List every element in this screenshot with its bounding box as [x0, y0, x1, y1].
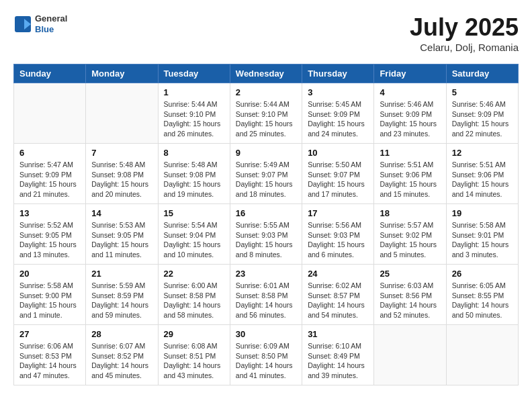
- calendar-cell: 6Sunrise: 5:47 AM Sunset: 9:09 PM Daylig…: [14, 144, 86, 204]
- weekday-header-sunday: Sunday: [14, 64, 86, 83]
- day-info: Sunrise: 5:45 AM Sunset: 9:09 PM Dayligh…: [308, 99, 368, 139]
- calendar-cell: 12Sunrise: 5:51 AM Sunset: 9:06 PM Dayli…: [446, 144, 518, 204]
- day-info: Sunrise: 6:03 AM Sunset: 8:56 PM Dayligh…: [380, 281, 440, 320]
- day-number: 13: [19, 208, 80, 218]
- calendar-cell: 10Sunrise: 5:50 AM Sunset: 9:07 PM Dayli…: [302, 144, 374, 204]
- day-number: 7: [91, 148, 152, 158]
- day-info: Sunrise: 6:01 AM Sunset: 8:58 PM Dayligh…: [236, 281, 296, 320]
- day-number: 4: [380, 87, 440, 97]
- day-info: Sunrise: 6:06 AM Sunset: 8:53 PM Dayligh…: [19, 341, 80, 381]
- location-subtitle: Celaru, Dolj, Romania: [410, 42, 519, 53]
- page-header: General Blue July 2025 Celaru, Dolj, Rom…: [13, 13, 519, 53]
- day-info: Sunrise: 5:52 AM Sunset: 9:05 PM Dayligh…: [19, 220, 80, 260]
- weekday-header-friday: Friday: [374, 64, 446, 83]
- day-number: 18: [380, 208, 440, 218]
- day-info: Sunrise: 6:08 AM Sunset: 8:51 PM Dayligh…: [164, 341, 224, 381]
- calendar-cell: 16Sunrise: 5:55 AM Sunset: 9:03 PM Dayli…: [230, 204, 302, 265]
- day-number: 30: [236, 329, 296, 339]
- calendar-cell: 28Sunrise: 6:07 AM Sunset: 8:52 PM Dayli…: [86, 325, 158, 385]
- calendar-cell: 21Sunrise: 5:59 AM Sunset: 8:59 PM Dayli…: [86, 265, 158, 325]
- calendar-cell: 13Sunrise: 5:52 AM Sunset: 9:05 PM Dayli…: [14, 204, 86, 265]
- calendar-cell: 18Sunrise: 5:57 AM Sunset: 9:02 PM Dayli…: [374, 204, 446, 265]
- calendar-cell: 19Sunrise: 5:58 AM Sunset: 9:01 PM Dayli…: [446, 204, 518, 265]
- calendar-cell: 27Sunrise: 6:06 AM Sunset: 8:53 PM Dayli…: [14, 325, 86, 385]
- calendar-cell: 5Sunrise: 5:46 AM Sunset: 9:09 PM Daylig…: [446, 83, 518, 144]
- day-number: 20: [19, 269, 80, 279]
- calendar-week-1: 1Sunrise: 5:44 AM Sunset: 9:10 PM Daylig…: [14, 83, 519, 144]
- day-number: 27: [19, 329, 80, 339]
- weekday-header-wednesday: Wednesday: [230, 64, 302, 83]
- day-info: Sunrise: 5:56 AM Sunset: 9:03 PM Dayligh…: [308, 220, 368, 260]
- day-number: 31: [308, 329, 368, 339]
- calendar-cell: 3Sunrise: 5:45 AM Sunset: 9:09 PM Daylig…: [302, 83, 374, 144]
- logo-line1: General: [35, 13, 67, 24]
- day-info: Sunrise: 5:55 AM Sunset: 9:03 PM Dayligh…: [236, 220, 296, 260]
- day-info: Sunrise: 5:57 AM Sunset: 9:02 PM Dayligh…: [380, 220, 440, 260]
- day-number: 26: [452, 269, 513, 279]
- day-info: Sunrise: 6:09 AM Sunset: 8:50 PM Dayligh…: [236, 341, 296, 381]
- day-number: 3: [308, 87, 368, 97]
- day-info: Sunrise: 5:49 AM Sunset: 9:07 PM Dayligh…: [236, 160, 296, 199]
- day-info: Sunrise: 6:00 AM Sunset: 8:58 PM Dayligh…: [164, 281, 224, 320]
- calendar-cell: 17Sunrise: 5:56 AM Sunset: 9:03 PM Dayli…: [302, 204, 374, 265]
- day-number: 19: [452, 208, 513, 218]
- calendar-cell: 14Sunrise: 5:53 AM Sunset: 9:05 PM Dayli…: [86, 204, 158, 265]
- calendar-week-3: 13Sunrise: 5:52 AM Sunset: 9:05 PM Dayli…: [14, 204, 519, 265]
- calendar-cell: 30Sunrise: 6:09 AM Sunset: 8:50 PM Dayli…: [230, 325, 302, 385]
- calendar-week-2: 6Sunrise: 5:47 AM Sunset: 9:09 PM Daylig…: [14, 144, 519, 204]
- month-year-title: July 2025: [410, 13, 519, 42]
- day-info: Sunrise: 5:50 AM Sunset: 9:07 PM Dayligh…: [308, 160, 368, 199]
- calendar-cell: 9Sunrise: 5:49 AM Sunset: 9:07 PM Daylig…: [230, 144, 302, 204]
- day-info: Sunrise: 5:47 AM Sunset: 9:09 PM Dayligh…: [19, 160, 80, 199]
- calendar-cell: 1Sunrise: 5:44 AM Sunset: 9:10 PM Daylig…: [158, 83, 230, 144]
- day-info: Sunrise: 5:51 AM Sunset: 9:06 PM Dayligh…: [452, 160, 513, 199]
- day-info: Sunrise: 6:10 AM Sunset: 8:49 PM Dayligh…: [308, 341, 368, 381]
- day-info: Sunrise: 5:44 AM Sunset: 9:10 PM Dayligh…: [236, 99, 296, 139]
- calendar-cell: 11Sunrise: 5:51 AM Sunset: 9:06 PM Dayli…: [374, 144, 446, 204]
- calendar-header: SundayMondayTuesdayWednesdayThursdayFrid…: [14, 64, 519, 83]
- day-number: 15: [164, 208, 224, 218]
- day-number: 14: [91, 208, 152, 218]
- calendar-cell: 8Sunrise: 5:48 AM Sunset: 9:08 PM Daylig…: [158, 144, 230, 204]
- day-number: 28: [91, 329, 152, 339]
- calendar-cell: [14, 83, 86, 144]
- day-info: Sunrise: 5:58 AM Sunset: 9:01 PM Dayligh…: [452, 220, 513, 260]
- day-info: Sunrise: 6:05 AM Sunset: 8:55 PM Dayligh…: [452, 281, 513, 320]
- day-number: 2: [236, 87, 296, 97]
- day-info: Sunrise: 5:59 AM Sunset: 8:59 PM Dayligh…: [91, 281, 152, 320]
- day-info: Sunrise: 5:46 AM Sunset: 9:09 PM Dayligh…: [452, 99, 513, 139]
- day-number: 16: [236, 208, 296, 218]
- day-info: Sunrise: 6:02 AM Sunset: 8:57 PM Dayligh…: [308, 281, 368, 320]
- calendar-week-4: 20Sunrise: 5:58 AM Sunset: 9:00 PM Dayli…: [14, 265, 519, 325]
- calendar-week-5: 27Sunrise: 6:06 AM Sunset: 8:53 PM Dayli…: [14, 325, 519, 385]
- calendar-cell: 24Sunrise: 6:02 AM Sunset: 8:57 PM Dayli…: [302, 265, 374, 325]
- logo: General Blue: [13, 13, 67, 34]
- day-info: Sunrise: 6:07 AM Sunset: 8:52 PM Dayligh…: [91, 341, 152, 381]
- calendar-cell: 29Sunrise: 6:08 AM Sunset: 8:51 PM Dayli…: [158, 325, 230, 385]
- title-block: July 2025 Celaru, Dolj, Romania: [410, 13, 519, 53]
- calendar-cell: 20Sunrise: 5:58 AM Sunset: 9:00 PM Dayli…: [14, 265, 86, 325]
- day-number: 25: [380, 269, 440, 279]
- calendar-cell: 25Sunrise: 6:03 AM Sunset: 8:56 PM Dayli…: [374, 265, 446, 325]
- day-number: 9: [236, 148, 296, 158]
- calendar-cell: 22Sunrise: 6:00 AM Sunset: 8:58 PM Dayli…: [158, 265, 230, 325]
- calendar-cell: [86, 83, 158, 144]
- day-number: 5: [452, 87, 513, 97]
- weekday-header-monday: Monday: [86, 64, 158, 83]
- day-number: 24: [308, 269, 368, 279]
- calendar-cell: 31Sunrise: 6:10 AM Sunset: 8:49 PM Dayli…: [302, 325, 374, 385]
- day-number: 12: [452, 148, 513, 158]
- day-number: 10: [308, 148, 368, 158]
- day-number: 23: [236, 269, 296, 279]
- day-info: Sunrise: 5:54 AM Sunset: 9:04 PM Dayligh…: [164, 220, 224, 260]
- day-number: 8: [164, 148, 224, 158]
- day-number: 22: [164, 269, 224, 279]
- calendar-cell: 23Sunrise: 6:01 AM Sunset: 8:58 PM Dayli…: [230, 265, 302, 325]
- day-number: 21: [91, 269, 152, 279]
- day-info: Sunrise: 5:44 AM Sunset: 9:10 PM Dayligh…: [164, 99, 224, 139]
- weekday-header-tuesday: Tuesday: [158, 64, 230, 83]
- day-number: 11: [380, 148, 440, 158]
- day-number: 1: [164, 87, 224, 97]
- weekday-header-saturday: Saturday: [446, 64, 518, 83]
- calendar-cell: [374, 325, 446, 385]
